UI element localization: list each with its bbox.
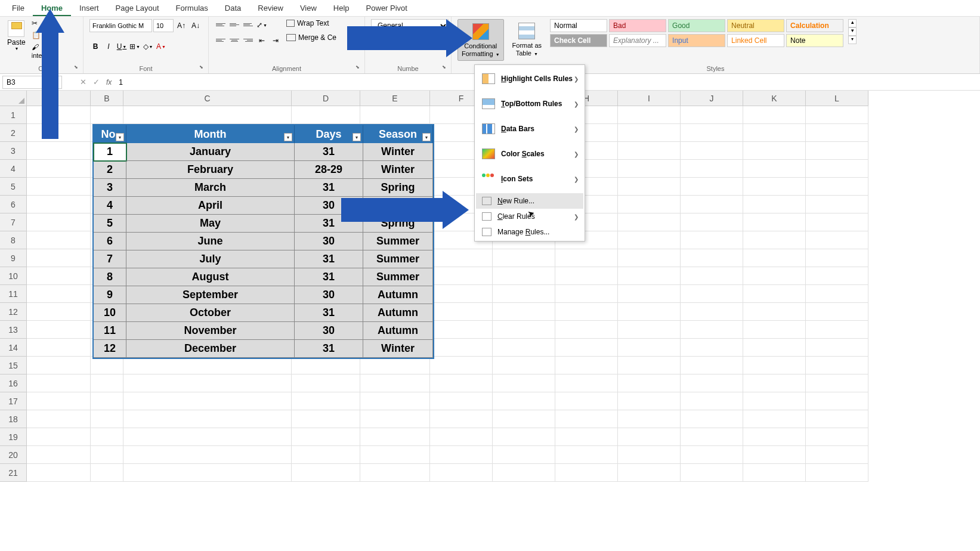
table-cell[interactable]: 31 bbox=[295, 340, 363, 358]
row-header-4[interactable]: 4 bbox=[0, 160, 27, 178]
style-explanatory[interactable]: Explanatory ... bbox=[609, 34, 666, 47]
table-cell[interactable]: 31 bbox=[295, 179, 363, 197]
gallery-up-button[interactable]: ▲ bbox=[848, 19, 857, 27]
style-good[interactable]: Good bbox=[668, 19, 725, 32]
enter-formula-button[interactable]: ✓ bbox=[89, 76, 103, 89]
table-cell[interactable]: 30 bbox=[295, 233, 363, 250]
row-header-5[interactable]: 5 bbox=[0, 178, 27, 196]
table-cell[interactable]: 31 bbox=[295, 143, 363, 161]
grid-body[interactable]: No.▼Month▼Days▼Season▼1January31Winter2F… bbox=[27, 106, 868, 482]
format-as-table-button[interactable]: Format as Table ▼ bbox=[509, 19, 546, 60]
table-cell[interactable]: 5 bbox=[94, 215, 126, 233]
filter-button[interactable]: ▼ bbox=[422, 133, 431, 141]
italic-button[interactable]: I bbox=[103, 41, 115, 52]
filter-button[interactable]: ▼ bbox=[284, 133, 292, 141]
style-bad[interactable]: Bad bbox=[609, 19, 666, 32]
table-cell[interactable]: 4 bbox=[94, 197, 126, 215]
table-cell[interactable]: Summer bbox=[363, 268, 433, 286]
select-all-button[interactable] bbox=[0, 91, 27, 106]
align-bottom-button[interactable] bbox=[242, 19, 254, 30]
table-cell[interactable]: Summer bbox=[363, 233, 433, 250]
wrap-text-button[interactable]: Wrap Text bbox=[286, 19, 336, 27]
font-size-select[interactable] bbox=[153, 19, 174, 32]
table-cell[interactable]: 2 bbox=[94, 161, 126, 179]
row-header-14[interactable]: 14 bbox=[0, 339, 27, 357]
table-cell[interactable]: Spring bbox=[363, 179, 433, 197]
table-cell[interactable]: September bbox=[126, 286, 295, 304]
underline-button[interactable]: U▼ bbox=[116, 41, 128, 52]
row-header-15[interactable]: 15 bbox=[0, 357, 27, 374]
table-cell[interactable]: 3 bbox=[94, 179, 126, 197]
column-header-K[interactable]: K bbox=[743, 91, 806, 106]
row-header-10[interactable]: 10 bbox=[0, 267, 27, 285]
table-cell[interactable]: 9 bbox=[94, 286, 126, 304]
style-neutral[interactable]: Neutral bbox=[727, 19, 784, 32]
row-header-13[interactable]: 13 bbox=[0, 321, 27, 339]
style-calculation[interactable]: Calculation bbox=[786, 19, 843, 32]
gallery-more-button[interactable]: ▾ bbox=[848, 36, 857, 44]
row-header-21[interactable]: 21 bbox=[0, 464, 27, 482]
cf-menu-item-color-scales[interactable]: Color Scales❯ bbox=[476, 141, 583, 166]
style-normal[interactable]: Normal bbox=[550, 19, 607, 32]
row-header-18[interactable]: 18 bbox=[0, 410, 27, 428]
table-cell[interactable]: Autumn bbox=[363, 286, 433, 304]
table-cell[interactable]: April bbox=[126, 197, 295, 215]
filter-button[interactable]: ▼ bbox=[116, 133, 124, 141]
column-header-A[interactable] bbox=[27, 91, 91, 106]
row-header-11[interactable]: 11 bbox=[0, 285, 27, 303]
ribbon-tab-review[interactable]: Review bbox=[249, 0, 292, 16]
ribbon-tab-insert[interactable]: Insert bbox=[71, 0, 107, 16]
decrease-indent-button[interactable]: ⇤ bbox=[256, 35, 268, 47]
table-cell[interactable]: 31 bbox=[295, 304, 363, 322]
table-cell[interactable]: October bbox=[126, 304, 295, 322]
table-cell[interactable]: December bbox=[126, 340, 295, 358]
table-cell[interactable]: June bbox=[126, 233, 295, 250]
table-cell[interactable]: July bbox=[126, 250, 295, 268]
table-cell[interactable]: 31 bbox=[295, 268, 363, 286]
table-header[interactable]: Month▼ bbox=[126, 125, 295, 143]
table-cell[interactable]: Winter bbox=[363, 143, 433, 161]
row-header-3[interactable]: 3 bbox=[0, 142, 27, 160]
cf-menu-item-data-bars[interactable]: Data Bars❯ bbox=[476, 116, 583, 141]
font-dialog-launcher[interactable]: ⬊ bbox=[199, 64, 206, 72]
table-header[interactable]: Days▼ bbox=[295, 125, 363, 143]
row-header-19[interactable]: 19 bbox=[0, 428, 27, 446]
ribbon-tab-file[interactable]: File bbox=[4, 0, 33, 16]
orientation-button[interactable]: ⤢▼ bbox=[256, 19, 268, 31]
border-button[interactable]: ⊞▼ bbox=[129, 41, 141, 52]
table-cell[interactable]: 30 bbox=[295, 286, 363, 304]
table-cell[interactable]: February bbox=[126, 161, 295, 179]
merge-center-button[interactable]: Merge & Ce bbox=[286, 33, 336, 42]
table-header[interactable]: No.▼ bbox=[94, 125, 126, 143]
table-cell[interactable]: November bbox=[126, 322, 295, 340]
table-header[interactable]: Season▼ bbox=[363, 125, 433, 143]
row-header-6[interactable]: 6 bbox=[0, 196, 27, 213]
clipboard-dialog-launcher[interactable]: ⬊ bbox=[74, 64, 81, 72]
number-dialog-launcher[interactable]: ⬊ bbox=[442, 64, 449, 72]
gallery-down-button[interactable]: ▼ bbox=[848, 27, 857, 36]
cf-menu-item-manage-rules-[interactable]: Manage Rules... bbox=[476, 224, 583, 240]
align-center-button[interactable] bbox=[228, 35, 240, 45]
paste-button[interactable]: Paste ▼ bbox=[6, 19, 27, 52]
align-right-button[interactable] bbox=[242, 35, 254, 45]
table-cell[interactable]: 8 bbox=[94, 268, 126, 286]
cancel-formula-button[interactable]: ✕ bbox=[76, 76, 89, 89]
column-header-D[interactable]: D bbox=[292, 91, 360, 106]
table-cell[interactable]: Winter bbox=[363, 161, 433, 179]
column-header-L[interactable]: L bbox=[806, 91, 868, 106]
fill-color-button[interactable]: ◇▼ bbox=[142, 41, 154, 52]
ribbon-tab-data[interactable]: Data bbox=[217, 0, 249, 16]
row-header-12[interactable]: 12 bbox=[0, 303, 27, 321]
increase-font-button[interactable]: A↑ bbox=[175, 20, 188, 31]
ribbon-tab-formulas[interactable]: Formulas bbox=[168, 0, 217, 16]
table-cell[interactable]: Winter bbox=[363, 340, 433, 358]
align-left-button[interactable] bbox=[215, 35, 227, 45]
style-input[interactable]: Input bbox=[668, 34, 725, 47]
insert-function-button[interactable]: fx bbox=[103, 78, 115, 86]
filter-button[interactable]: ▼ bbox=[353, 133, 361, 141]
table-cell[interactable]: August bbox=[126, 268, 295, 286]
table-cell[interactable]: 6 bbox=[94, 233, 126, 250]
style-linked-cell[interactable]: Linked Cell bbox=[727, 34, 784, 47]
column-header-J[interactable]: J bbox=[681, 91, 743, 106]
alignment-dialog-launcher[interactable]: ⬊ bbox=[355, 64, 363, 72]
